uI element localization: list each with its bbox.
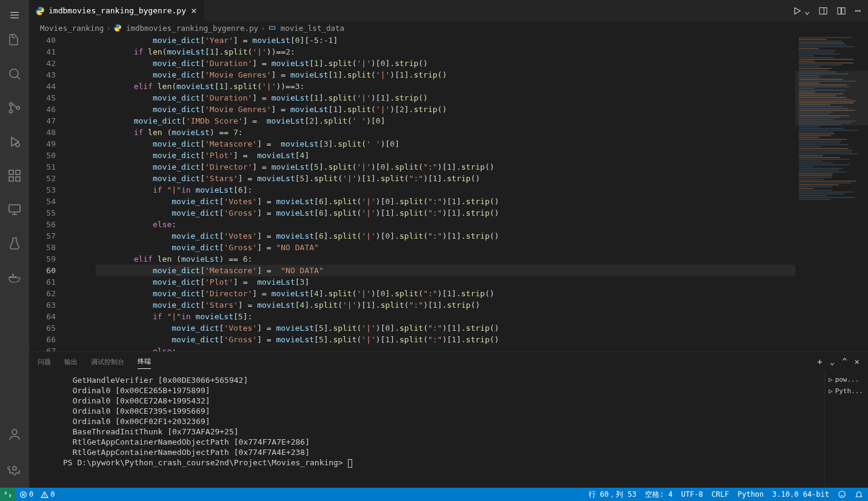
code-line[interactable]: movie_dict['Stars'] = movieLst[5].split(… [96,173,795,184]
activity-bar [0,0,29,488]
code-line[interactable]: movie_dict['Plot'] = movieLst[3] [96,276,795,288]
code-line[interactable]: movie_dict['Plot'] = movieLst[4] [96,150,795,161]
status-errors[interactable]: 0 [19,490,33,499]
status-interpreter[interactable]: 3.10.0 64-bit [772,490,829,499]
run-debug-icon[interactable] [0,130,29,154]
code-line[interactable]: movie_dict['Gross'] = movieLst[5].split(… [96,334,795,345]
terminal-shell-icon: ▷ [829,387,833,395]
svg-rect-13 [16,177,20,181]
remote-explorer-icon[interactable] [0,197,29,222]
svg-marker-23 [795,7,800,14]
code-line[interactable]: movie_dict['Metascore'] = "NO DATA" [96,265,795,276]
app-menu-button[interactable] [0,5,29,25]
line-number: 59 [29,253,56,265]
status-notifications-icon[interactable] [855,490,863,499]
status-linecol[interactable]: 行 60，列 53 [589,489,636,500]
status-language[interactable]: Python [738,490,764,499]
code-line[interactable]: else: [96,345,795,351]
docker-icon[interactable] [0,265,29,290]
run-dropdown-icon[interactable]: ⌄ [804,5,810,16]
new-terminal-icon[interactable]: + [817,357,822,367]
panel-close-icon[interactable]: × [855,357,860,367]
symbol-variable-icon [268,24,276,32]
tab-problems[interactable]: 问题 [38,355,51,369]
tab-debug-console[interactable]: 调试控制台 [91,355,124,369]
split-right-icon[interactable] [818,6,828,16]
minimap-slider[interactable] [795,71,868,125]
code-line[interactable]: movie_dict['Movie Genres'] = movieLst[1]… [96,104,795,115]
settings-gear-icon[interactable] [0,456,29,480]
code-line[interactable]: else: [96,219,795,230]
run-file-icon[interactable] [792,6,802,16]
svg-line-4 [18,77,21,80]
line-number: 58 [29,242,56,253]
more-actions-icon[interactable]: ⋯ [855,5,861,16]
code-line[interactable]: movie_dict['Votes'] = movieLst[6].split(… [96,196,795,207]
line-number: 64 [29,311,56,322]
terminal-dropdown-icon[interactable]: ⌄ [830,357,835,367]
code-line[interactable]: movie_dict['Votes'] = movieLst[6].split(… [96,230,795,242]
code-line[interactable]: movie_dict['Votes'] = movieLst[5].split(… [96,322,795,334]
extensions-icon[interactable] [0,164,29,188]
tab-filename: imdbmovies_ranking_bygenre.py [48,6,186,15]
editor-tab[interactable]: imdbmovies_ranking_bygenre.py × [29,0,205,21]
code-line[interactable]: elif len(movieLst[1].split('|'))==3: [96,81,795,92]
code-line[interactable]: movie_dict['Duration'] = movieLst[1].spl… [96,92,795,104]
code-line[interactable]: elif len (movieLst) == 6: [96,253,795,265]
status-bar: 0 0 行 60，列 53 空格: 4 UTF-8 CRLF Python 3.… [0,488,868,501]
code-line[interactable]: if "|"in movieLst[6]: [96,184,795,196]
accounts-icon[interactable] [0,422,29,446]
code-line[interactable]: movie_dict['IMDb Score'] = movieLst[2].s… [96,115,795,127]
search-icon[interactable] [0,62,29,86]
status-warnings[interactable]: 0 [41,490,55,499]
bottom-panel: 问题 输出 调试控制台 终端 + ⌄ ^ × GetHandleVerifier… [29,351,868,488]
code-editor[interactable]: 4041424344454647484950515253545556575859… [29,35,795,351]
terminal-output[interactable]: GetHandleVerifier [0x00DE3066+565942] Or… [29,371,824,488]
code-line[interactable]: movie_dict['Duration'] = movieLst[1].spl… [96,58,795,69]
code-line[interactable]: movie_dict['Stars'] = movieLst[4].split(… [96,299,795,311]
code-line[interactable]: if "|"in movieLst[5]: [96,311,795,322]
breadcrumb-folder[interactable]: Movies_ranking [40,24,104,33]
line-number: 55 [29,207,56,219]
breadcrumb-file[interactable]: imdbmovies_ranking_bygenre.py [126,24,258,33]
svg-point-3 [10,69,18,78]
python-file-icon [35,6,45,16]
code-line[interactable]: movie_dict['Year'] = movieLst[0][-5:-1] [96,35,795,46]
tab-terminal[interactable]: 终端 [138,354,151,369]
line-number: 52 [29,173,56,184]
code-line[interactable]: movie_dict['Gross'] = movieLst[6].split(… [96,207,795,219]
code-line[interactable]: if len(movieLst[1].split('|'))==2: [96,46,795,58]
code-line[interactable]: movie_dict['Director'] = movieLst[4].spl… [96,288,795,299]
breadcrumb-symbol[interactable]: movie_lst_data [281,24,344,33]
tab-output[interactable]: 输出 [64,355,78,369]
status-eol[interactable]: CRLF [712,490,729,499]
status-indent[interactable]: 空格: 4 [645,489,673,500]
explorer-icon[interactable] [0,28,29,52]
line-number: 47 [29,115,56,127]
line-number: 48 [29,127,56,138]
line-number: 50 [29,150,56,161]
testing-icon[interactable] [0,231,29,256]
line-number: 41 [29,46,56,58]
breadcrumb[interactable]: Movies_ranking › imdbmovies_ranking_byge… [29,21,868,35]
line-number: 49 [29,138,56,150]
code-line[interactable]: movie_dict['Director'] = movieLst[5].spl… [96,161,795,173]
code-line[interactable]: movie_dict['Metascore'] = movieLst[3].sp… [96,138,795,150]
svg-rect-20 [12,274,14,276]
svg-point-33 [44,496,45,497]
source-control-icon[interactable] [0,96,29,120]
tab-bar: imdbmovies_ranking_bygenre.py × ⌄ ⋯ [29,0,868,21]
split-editor-icon[interactable] [836,6,846,16]
code-line[interactable]: if len (movieLst) == 7: [96,127,795,138]
terminal-item[interactable]: ▷pow... [829,374,864,385]
line-number: 43 [29,69,56,81]
status-feedback-icon[interactable] [838,490,846,499]
terminal-item[interactable]: ▷Pyth... [829,385,864,397]
code-line[interactable]: movie_dict['Gross'] = "NO DATA" [96,242,795,253]
code-line[interactable]: movie_dict['Movie Genres'] = movieLst[1]… [96,69,795,81]
status-encoding[interactable]: UTF-8 [681,490,703,499]
minimap[interactable] [795,35,868,351]
tab-close-icon[interactable]: × [190,5,198,16]
panel-maximize-icon[interactable]: ^ [842,357,847,367]
remote-button[interactable] [0,488,16,501]
